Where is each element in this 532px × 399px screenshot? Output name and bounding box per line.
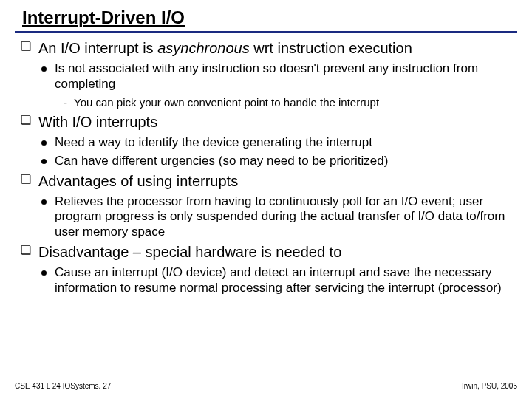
- sub-list: Need a way to identify the device genera…: [38, 135, 513, 168]
- sub-text: Need a way to identify the device genera…: [55, 135, 372, 149]
- subsub-item: You can pick your own convenient point t…: [62, 96, 513, 110]
- bullet-text-em: asynchronous: [157, 40, 250, 56]
- title-rule: [15, 31, 517, 33]
- sub-list: Is not associated with any instruction s…: [38, 61, 513, 110]
- subsub-text: You can pick your own convenient point t…: [74, 96, 379, 109]
- sub-text: Is not associated with any instruction s…: [55, 61, 478, 91]
- slide-title: Interrupt-Driven I/O: [15, 7, 517, 31]
- footer-left: CSE 431 L 24 IOSystems. 27: [15, 382, 111, 390]
- sub-list: Cause an interrupt (I/O device) and dete…: [38, 265, 513, 296]
- bullet-text: Advantages of using interrupts: [38, 173, 238, 189]
- bullet-list: An I/O interrupt is asynchronous wrt ins…: [15, 39, 517, 296]
- bullet-item: Disadvantage – special hardware is neede…: [19, 243, 513, 296]
- slide: Interrupt-Driven I/O An I/O interrupt is…: [0, 0, 532, 399]
- sub-item: Cause an interrupt (I/O device) and dete…: [38, 265, 513, 296]
- sub-item: Can have different urgencies (so may nee…: [38, 154, 513, 169]
- bullet-text-pre: An I/O interrupt is: [38, 40, 157, 56]
- sub-item: Need a way to identify the device genera…: [38, 135, 513, 151]
- bullet-item: An I/O interrupt is asynchronous wrt ins…: [19, 39, 513, 110]
- bullet-text: With I/O interrupts: [38, 114, 157, 130]
- subsub-list: You can pick your own convenient point t…: [55, 96, 513, 110]
- bullet-text-post: wrt instruction execution: [250, 40, 412, 56]
- sub-item: Is not associated with any instruction s…: [38, 61, 513, 110]
- sub-item: Relieves the processor from having to co…: [38, 194, 513, 240]
- sub-text: Can have different urgencies (so may nee…: [55, 154, 388, 168]
- bullet-item: Advantages of using interrupts Relieves …: [19, 172, 513, 240]
- footer-right: Irwin, PSU, 2005: [462, 382, 517, 390]
- sub-text: Cause an interrupt (I/O device) and dete…: [55, 265, 502, 295]
- sub-text: Relieves the processor from having to co…: [55, 194, 505, 239]
- sub-list: Relieves the processor from having to co…: [38, 194, 513, 240]
- footer: CSE 431 L 24 IOSystems. 27 Irwin, PSU, 2…: [15, 382, 517, 390]
- bullet-item: With I/O interrupts Need a way to identi…: [19, 113, 513, 168]
- bullet-text: Disadvantage – special hardware is neede…: [38, 244, 341, 260]
